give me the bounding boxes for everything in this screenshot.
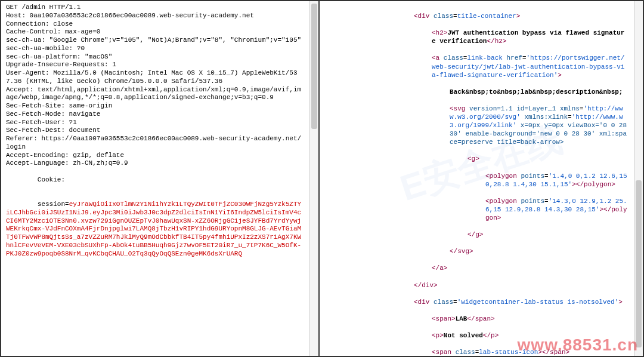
split-view: GET /admin HTTP/1.1 Host: 0aa1007a036553… [0, 0, 644, 357]
scrollbar-thumb[interactable] [636, 180, 642, 347]
response-scrollbar[interactable] [634, 1, 643, 356]
session-cookie-value: eyJraWQiOiIxOTlmN2Y1Ni1hYzk1LTQyZWIt0TFj… [6, 201, 301, 257]
cookie-header: Cookie: [6, 168, 304, 192]
cookie-value-line: session=eyJraWQiOiIxOTlmN2Y1Ni1hYzk1LTQy… [6, 192, 304, 266]
request-method-line: GET /admin HTTP/1.1 [6, 4, 304, 12]
request-headers: Host: 0aa1007a036553c2c01866ec00ac0089.w… [6, 12, 304, 168]
response-panel[interactable]: E安全在线 <div class=title-container> <h2>JW… [320, 1, 643, 356]
scrollbar-thumb[interactable] [311, 4, 317, 129]
request-scrollbar[interactable] [309, 1, 318, 356]
request-panel[interactable]: GET /admin HTTP/1.1 Host: 0aa1007a036553… [1, 1, 320, 356]
request-text[interactable]: GET /admin HTTP/1.1 Host: 0aa1007a036553… [6, 4, 314, 266]
response-source[interactable]: <div class=title-container> <h2>JWT auth… [324, 4, 638, 356]
